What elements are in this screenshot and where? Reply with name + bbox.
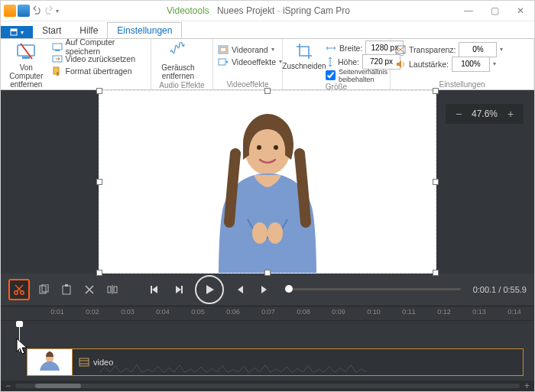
save-on-computer-button[interactable]: Auf Computer speichern xyxy=(52,40,146,52)
reset-video-button[interactable]: Video zurücksetzen xyxy=(52,53,146,64)
waveform xyxy=(99,363,367,374)
prev-frame-button[interactable] xyxy=(146,280,164,299)
volume-row: Lautstärke:▾ xyxy=(395,57,503,70)
preview-area: − 47.6% + xyxy=(1,90,534,391)
group-label-settings: Einstellungen xyxy=(395,79,529,89)
height-icon xyxy=(326,57,335,67)
timeline: 0:010:020:030:040:050:060:070:080:090:10… xyxy=(1,306,534,391)
ruler-tick: 0:04 xyxy=(156,308,170,316)
file-tab[interactable]: ▾ xyxy=(1,26,33,38)
svg-rect-29 xyxy=(181,286,183,293)
svg-rect-5 xyxy=(53,44,62,50)
aspect-checkbox[interactable] xyxy=(326,70,336,80)
qat-save-icon[interactable] xyxy=(18,5,30,17)
crop-button[interactable]: Zuschneiden xyxy=(287,40,321,70)
ruler-tick: 0:08 xyxy=(297,308,310,316)
svg-rect-23 xyxy=(63,286,70,294)
qat-redo-icon[interactable] xyxy=(44,5,54,16)
copy-button[interactable] xyxy=(34,280,53,299)
ruler-tick: 0:06 xyxy=(226,308,240,316)
split-button[interactable] xyxy=(103,280,122,299)
ruler-tick: 0:12 xyxy=(437,308,451,316)
quick-access-toolbar: ▾ xyxy=(4,5,59,17)
tab-start[interactable]: Start xyxy=(33,23,70,38)
timeline-zoom-in[interactable]: + xyxy=(524,381,530,391)
ruler-tick: 0:07 xyxy=(261,308,275,316)
videorand-button[interactable]: Videorand▾ xyxy=(218,44,282,55)
svg-rect-12 xyxy=(219,59,225,65)
transparency-input[interactable] xyxy=(459,42,497,57)
play-button[interactable] xyxy=(195,275,224,304)
step-back-button[interactable] xyxy=(232,280,250,299)
qat-undo-icon[interactable] xyxy=(31,5,42,16)
svg-rect-24 xyxy=(65,284,68,287)
seek-bar[interactable] xyxy=(285,288,461,290)
remove-from-computer-button[interactable]: Von Computer entfernen xyxy=(5,40,47,89)
svg-point-16 xyxy=(274,145,278,150)
svg-rect-1 xyxy=(11,29,17,31)
tab-hilfe[interactable]: Hilfe xyxy=(70,23,107,38)
width-icon xyxy=(326,44,336,53)
video-selection[interactable] xyxy=(99,90,436,274)
title-bar: ▾ Videotools Nuees Projekt - iSpring Cam… xyxy=(1,1,534,21)
ribbon: Von Computer entfernen Auf Computer spei… xyxy=(1,38,534,90)
ruler-tick: 0:02 xyxy=(86,308,99,316)
seek-thumb[interactable] xyxy=(285,285,293,293)
close-button[interactable]: ✕ xyxy=(510,5,531,16)
maximize-button[interactable]: ▢ xyxy=(484,5,505,16)
svg-point-19 xyxy=(15,291,18,294)
volume-icon xyxy=(395,60,406,69)
ruler-tick: 0:14 xyxy=(507,308,521,316)
scrollbar-thumb[interactable] xyxy=(35,384,80,388)
svg-rect-11 xyxy=(220,47,226,52)
videoeffekte-button[interactable]: Videoeffekte▾ xyxy=(218,56,282,67)
minimize-button[interactable]: — xyxy=(458,5,479,16)
ruler-tick: 0:11 xyxy=(402,308,416,316)
time-ruler[interactable]: 0:010:020:030:040:050:060:070:080:090:10… xyxy=(1,306,534,321)
transparency-row: Transparenz:▾ xyxy=(395,43,503,56)
svg-rect-32 xyxy=(79,358,89,366)
timeline-zoom-out[interactable]: − xyxy=(5,381,11,391)
paste-button[interactable] xyxy=(57,280,76,299)
svg-rect-28 xyxy=(151,286,152,293)
svg-rect-9 xyxy=(57,72,59,76)
cut-tool-button[interactable] xyxy=(8,279,30,300)
step-fwd-button[interactable] xyxy=(255,280,273,299)
timeline-scrollbar[interactable]: − + xyxy=(1,381,534,391)
video-preview-person xyxy=(199,105,336,273)
group-label-audio: Audio Effekte xyxy=(156,80,208,90)
svg-point-17 xyxy=(252,222,268,244)
ruler-tick: 0:09 xyxy=(332,308,345,316)
film-icon xyxy=(79,358,89,367)
playback-bar: 0:00.1 / 0:55.9 xyxy=(1,274,534,306)
track-area[interactable]: video xyxy=(1,321,534,381)
svg-rect-25 xyxy=(108,287,111,293)
svg-point-18 xyxy=(268,222,283,244)
transparency-icon xyxy=(395,45,406,54)
ruler-tick: 0:10 xyxy=(367,308,381,316)
window-title: Videotools Nuees Projekt - iSpring Cam P… xyxy=(59,5,458,16)
volume-input[interactable] xyxy=(452,57,490,72)
carry-format-button[interactable]: Format übertragen xyxy=(52,65,146,76)
video-clip[interactable]: video xyxy=(27,348,524,376)
cursor-icon xyxy=(15,338,31,358)
delete-button[interactable] xyxy=(80,280,99,299)
time-display: 0:00.1 / 0:55.9 xyxy=(473,285,527,294)
svg-point-20 xyxy=(21,291,24,294)
svg-rect-6 xyxy=(55,50,60,51)
ruler-tick: 0:13 xyxy=(472,308,486,316)
clip-thumbnail xyxy=(28,349,73,375)
svg-point-15 xyxy=(257,145,261,150)
ruler-tick: 0:03 xyxy=(121,308,135,316)
next-frame-button[interactable] xyxy=(169,280,187,299)
qat-new-icon[interactable] xyxy=(4,5,16,17)
ruler-tick: 0:01 xyxy=(50,308,64,316)
svg-rect-26 xyxy=(114,287,117,293)
ribbon-tabs: ▾ Start Hilfe Einstellungen xyxy=(1,21,534,38)
remove-noise-button[interactable]: Geräusch entfernen xyxy=(156,40,200,80)
svg-rect-3 xyxy=(22,57,30,59)
ruler-tick: 0:05 xyxy=(191,308,205,316)
